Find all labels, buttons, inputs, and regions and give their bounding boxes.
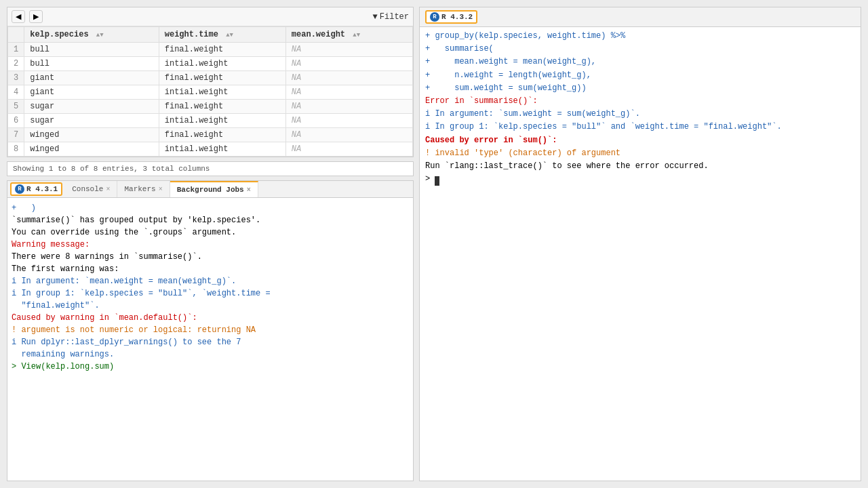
cell-weight-time: final.weight: [159, 71, 285, 85]
nav-fwd-button[interactable]: ▶: [29, 10, 43, 23]
tab-console-close[interactable]: ×: [106, 186, 110, 193]
console-line: ! invalid 'type' (character) of argument: [425, 147, 855, 160]
console-line: + ): [12, 202, 409, 214]
right-console-body: + group_by(kelp.species, weight.time) %>…: [420, 27, 861, 481]
row-number: 7: [8, 128, 24, 142]
console-line: + n.weight = length(weight_g),: [425, 69, 855, 82]
col-header-kelp-species[interactable]: kelp.species ▲▼: [24, 27, 159, 43]
tab-bg-jobs-close[interactable]: ×: [247, 186, 251, 194]
row-number: 8: [8, 142, 24, 157]
table-row: 5sugarfinal.weightNA: [8, 100, 413, 114]
cell-kelp-species: giant: [24, 85, 159, 100]
left-console-panel: + )`summarise()` has grouped output by '…: [7, 198, 413, 481]
filter-icon: ▼: [373, 12, 378, 22]
status-text: Showing 1 to 8 of 8 entries, 3 total col…: [13, 165, 210, 173]
cell-weight-time: intial.weight: [159, 142, 285, 157]
table-row: 3giantfinal.weightNA: [8, 71, 413, 85]
console-line: i In argument: `sum.weight = sum(weight_…: [425, 108, 855, 121]
cell-weight-time: final.weight: [159, 128, 285, 142]
console-line: + summarise(: [425, 43, 855, 56]
tab-background-jobs[interactable]: Background Jobs ×: [170, 181, 258, 197]
filter-label: Filter: [380, 12, 409, 22]
filter-button[interactable]: ▼ Filter: [373, 12, 409, 22]
console-line: The first warning was:: [12, 263, 409, 275]
console-line: "final.weight"`.: [12, 300, 409, 312]
tab-console[interactable]: Console ×: [65, 181, 117, 197]
console-line: i In argument: `mean.weight = mean(weigh…: [12, 275, 409, 287]
row-number: 4: [8, 85, 24, 100]
cell-weight-time: final.weight: [159, 100, 285, 114]
row-number: 3: [8, 71, 24, 85]
table-row: 7wingedfinal.weightNA: [8, 128, 413, 142]
data-table-section: ◀ ▶ ▼ Filter kelp.species ▲▼: [7, 7, 414, 157]
status-bar: Showing 1 to 8 of 8 entries, 3 total col…: [7, 161, 414, 176]
table-row: 4giantintial.weightNA: [8, 85, 413, 100]
cell-weight-time: final.weight: [159, 43, 285, 57]
cell-kelp-species: giant: [24, 71, 159, 85]
left-tabs-section: R R 4.3.1 Console × Markers × Background…: [7, 180, 414, 481]
cursor: [435, 176, 439, 186]
cell-mean-weight: NA: [285, 142, 412, 157]
console-line: i Run dplyr::last_dplyr_warnings() to se…: [12, 336, 409, 348]
cell-weight-time: intial.weight: [159, 85, 285, 100]
console-line: Error in `summarise()`:: [425, 95, 855, 108]
right-r-badge: R R 4.3.2: [425, 10, 477, 24]
cell-kelp-species: sugar: [24, 114, 159, 128]
row-number: 1: [8, 43, 24, 57]
col-header-weight-time[interactable]: weight.time ▲▼: [159, 27, 285, 43]
cell-mean-weight: NA: [285, 43, 412, 57]
console-line: Run `rlang::last_trace()` to see where t…: [425, 160, 855, 173]
table-row: 2bullintial.weightNA: [8, 57, 413, 71]
r-logo-right: R: [430, 12, 439, 22]
main-container: ◀ ▶ ▼ Filter kelp.species ▲▼: [0, 0, 868, 488]
console-line: + group_by(kelp.species, weight.time) %>…: [425, 30, 855, 43]
toolbar: ◀ ▶ ▼ Filter: [7, 7, 413, 26]
nav-back-button[interactable]: ◀: [12, 10, 25, 23]
cell-kelp-species: bull: [24, 57, 159, 71]
col-header-row: [8, 27, 24, 43]
console-line: `summarise()` has grouped output by 'kel…: [12, 214, 409, 226]
console-line: remaining warnings.: [12, 348, 409, 361]
cell-mean-weight: NA: [285, 100, 412, 114]
console-line: + mean.weight = mean(weight_g),: [425, 56, 855, 68]
right-r-version: R 4.3.2: [441, 13, 473, 21]
console-line: >: [425, 173, 855, 186]
console-line: You can override using the `.groups` arg…: [12, 226, 409, 239]
col-header-mean-weight[interactable]: mean.weight ▲▼: [285, 27, 412, 43]
sort-arrow-mean-weight: ▲▼: [353, 32, 360, 39]
right-tabs-bar: R R 4.3.2: [420, 7, 861, 27]
table-row: 8wingedintial.weightNA: [8, 142, 413, 157]
cell-kelp-species: winged: [24, 128, 159, 142]
cell-kelp-species: sugar: [24, 100, 159, 114]
r-logo-left: R: [15, 184, 24, 194]
console-line: > View(kelp.long.sum): [12, 361, 409, 373]
tab-markers-close[interactable]: ×: [159, 186, 163, 193]
cell-mean-weight: NA: [285, 128, 412, 142]
left-panel: ◀ ▶ ▼ Filter kelp.species ▲▼: [7, 7, 414, 481]
left-tabs-bar: R R 4.3.1 Console × Markers × Background…: [7, 181, 413, 198]
table-row: 6sugarintial.weightNA: [8, 114, 413, 128]
console-line: i In group 1: `kelp.species = "bull"` an…: [425, 121, 855, 134]
console-line: Warning message:: [12, 239, 409, 251]
cell-kelp-species: bull: [24, 43, 159, 57]
cell-weight-time: intial.weight: [159, 57, 285, 71]
cell-mean-weight: NA: [285, 85, 412, 100]
console-line: Caused by error in `sum()`:: [425, 134, 855, 147]
cell-kelp-species: winged: [24, 142, 159, 157]
cell-mean-weight: NA: [285, 71, 412, 85]
right-panel: R R 4.3.2 + group_by(kelp.species, weigh…: [419, 7, 861, 481]
sort-arrow-kelp: ▲▼: [96, 32, 104, 39]
console-line: There were 8 warnings in `summarise()`.: [12, 251, 409, 263]
right-console-section: R R 4.3.2 + group_by(kelp.species, weigh…: [419, 7, 861, 481]
tab-markers[interactable]: Markers ×: [117, 181, 170, 197]
console-line: ! argument is not numeric or logical: re…: [12, 324, 409, 336]
left-r-badge: R R 4.3.1: [10, 182, 62, 196]
left-r-version: R 4.3.1: [26, 185, 58, 193]
console-line: i In group 1: `kelp.species = "bull"`, `…: [12, 287, 409, 300]
data-table: kelp.species ▲▼ weight.time ▲▼ mean.weig…: [7, 26, 413, 157]
cell-mean-weight: NA: [285, 57, 412, 71]
sort-arrow-weight-time: ▲▼: [226, 32, 233, 39]
console-line: Caused by warning in `mean.default()`:: [12, 312, 409, 324]
cell-mean-weight: NA: [285, 114, 412, 128]
cell-weight-time: intial.weight: [159, 114, 285, 128]
